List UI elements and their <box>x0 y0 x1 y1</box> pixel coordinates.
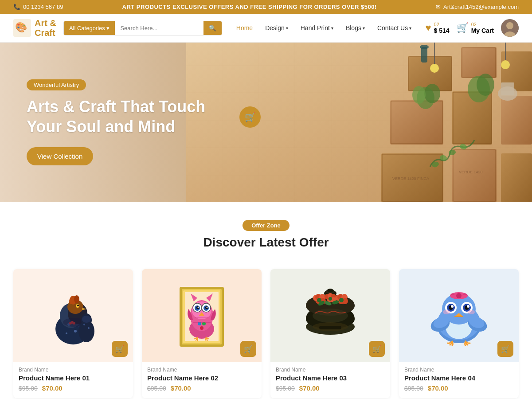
svg-point-113 <box>313 309 348 323</box>
price-2: $95.00 $70.00 <box>147 384 256 392</box>
cart-icon-2: 🛒 <box>244 345 253 353</box>
offer-title: Discover Latest Offer <box>13 235 519 250</box>
svg-point-45 <box>74 295 79 303</box>
sale-price-1: $70.00 <box>42 384 63 392</box>
svg-rect-115 <box>319 326 341 329</box>
brand-2: Brand Name <box>147 367 256 373</box>
offer-text: ART PRODUCTS EXCLUSIVE OFFERS AND FREE S… <box>122 4 377 10</box>
product-info-1: Brand Name Product Name Here 01 $95.00 $… <box>13 362 133 398</box>
svg-point-129 <box>451 305 454 308</box>
svg-text:🎨: 🎨 <box>15 21 27 33</box>
nav-blogs[interactable]: Blogs ▾ <box>340 21 370 35</box>
hero-decoration: VERDE 1420 FINCA VERDE 1420 <box>186 43 532 202</box>
phone-icon: 📞 <box>13 4 20 10</box>
svg-rect-33 <box>501 82 514 95</box>
price-3: $95.00 $70.00 <box>276 384 385 392</box>
cart-icon-4: 🛒 <box>501 345 510 353</box>
hero-content: Wonderful Artistry Arts & Craft That Tou… <box>27 79 205 165</box>
product-name-4: Product Name Here 04 <box>404 374 513 382</box>
nav-handprint-arrow: ▾ <box>331 26 333 31</box>
view-collection-button[interactable]: View Collection <box>27 147 93 165</box>
original-price-4: $95.00 <box>404 385 423 392</box>
svg-rect-15 <box>501 96 532 145</box>
email-address: Art&craft1452@example.com <box>443 4 519 10</box>
product-card-1: 🛒 Brand Name Product Name Here 01 $95.00… <box>13 269 133 398</box>
product-image-4: 🛒 <box>399 269 519 362</box>
cart-icon-1: 🛒 <box>115 345 124 353</box>
sale-price-2: $70.00 <box>171 384 191 392</box>
product-image-2: 🛒 <box>142 269 262 362</box>
price-1: $95.00 $70.00 <box>19 384 128 392</box>
cart-icon-3: 🛒 <box>372 345 381 353</box>
svg-rect-8 <box>461 47 497 78</box>
logo-text: Art & Craft <box>35 18 56 38</box>
header-right: ♥ 02 $ 514 🛒 02 My Cart <box>426 19 519 37</box>
svg-point-25 <box>477 74 494 96</box>
product-card-3: 🛒 Brand Name Product Name Here 03 $95.00… <box>270 269 390 398</box>
logo-icon: 🎨 <box>13 19 31 37</box>
product-name-3: Product Name Here 03 <box>276 374 385 382</box>
header: 🎨 Art & Craft All Categories ▾ 🔍 Home De… <box>0 14 532 43</box>
product-card-4: 🛒 Brand Name Product Name Here 04 $95.00… <box>399 269 519 398</box>
add-to-cart-button-4[interactable]: 🛒 <box>497 341 513 357</box>
product-image-3: 🛒 <box>270 269 390 362</box>
sale-price-4: $70.00 <box>428 384 448 392</box>
cart-icon: 🛒 <box>245 112 256 122</box>
nav-handprint[interactable]: Hand Print ▾ <box>295 21 339 35</box>
add-to-cart-button-1[interactable]: 🛒 <box>112 341 128 357</box>
search-icon: 🔍 <box>209 25 216 31</box>
add-to-cart-button-3[interactable]: 🛒 <box>369 341 385 357</box>
product-image-1: 🛒 <box>13 269 133 362</box>
product-info-4: Brand Name Product Name Here 04 $95.00 $… <box>399 362 519 398</box>
hero-title-line2: Your Soul and Mind <box>27 117 175 136</box>
svg-point-133 <box>467 305 469 308</box>
product-illustration-4 <box>423 280 494 351</box>
hero-cart-icon[interactable]: 🛒 <box>239 106 261 128</box>
product-grid: 🛒 Brand Name Product Name Here 01 $95.00… <box>0 269 532 399</box>
user-avatar[interactable] <box>501 19 519 37</box>
search-bar: All Categories ▾ 🔍 <box>63 21 223 35</box>
topbar-email: ✉ Art&craft1452@example.com <box>436 4 519 10</box>
wishlist-info: 02 $ 514 <box>434 22 450 34</box>
svg-point-48 <box>77 305 79 306</box>
search-button[interactable]: 🔍 <box>203 21 222 35</box>
svg-point-61 <box>83 324 85 325</box>
main-nav: Home Design ▾ Hand Print ▾ Blogs ▾ Conta… <box>229 21 418 35</box>
offer-zone: Offer Zone Discover Latest Offer <box>0 202 532 269</box>
svg-rect-18 <box>452 149 497 202</box>
topbar-phone: 📞 00 1234 567 89 <box>13 4 63 10</box>
original-price-1: $95.00 <box>19 385 38 392</box>
svg-point-137 <box>468 310 475 314</box>
nav-design-arrow: ▾ <box>286 26 288 31</box>
svg-text:VERDE 1420: VERDE 1420 <box>459 170 483 174</box>
svg-point-22 <box>424 84 440 103</box>
nav-contact-arrow: ▾ <box>409 26 411 31</box>
cart-icon: 🛒 <box>457 22 469 34</box>
hero-badge: Wonderful Artistry <box>27 79 86 90</box>
logo[interactable]: 🎨 Art & Craft <box>13 18 56 38</box>
product-illustration-2 <box>166 280 237 351</box>
product-illustration-3 <box>295 280 366 351</box>
svg-point-83 <box>200 326 203 330</box>
svg-point-121 <box>456 293 462 298</box>
topbar-offer: ART PRODUCTS EXCLUSIVE OFFERS AND FREE S… <box>122 4 377 10</box>
original-price-2: $95.00 <box>147 385 166 392</box>
hero-banner: VERDE 1420 FINCA VERDE 1420 🛒 Wonderful … <box>0 43 532 202</box>
nav-home[interactable]: Home <box>231 21 258 35</box>
search-input[interactable] <box>115 21 203 35</box>
add-to-cart-button-2[interactable]: 🛒 <box>240 341 256 357</box>
wishlist-count: 02 <box>434 22 450 27</box>
product-info-2: Brand Name Product Name Here 02 $95.00 $… <box>142 362 262 398</box>
svg-point-46 <box>69 298 74 304</box>
cart-button[interactable]: 🛒 02 My Cart <box>457 22 494 34</box>
category-dropdown[interactable]: All Categories ▾ <box>64 21 115 35</box>
svg-point-23 <box>412 86 426 104</box>
svg-point-31 <box>420 45 429 49</box>
heart-icon: ♥ <box>426 23 431 33</box>
wishlist-button[interactable]: ♥ 02 $ 514 <box>426 22 450 34</box>
svg-point-91 <box>327 289 333 292</box>
category-label: All Categories <box>69 25 105 31</box>
nav-contact[interactable]: Contact Us ▾ <box>372 21 417 35</box>
nav-design[interactable]: Design ▾ <box>260 21 293 35</box>
offer-badge: Offer Zone <box>243 220 289 231</box>
